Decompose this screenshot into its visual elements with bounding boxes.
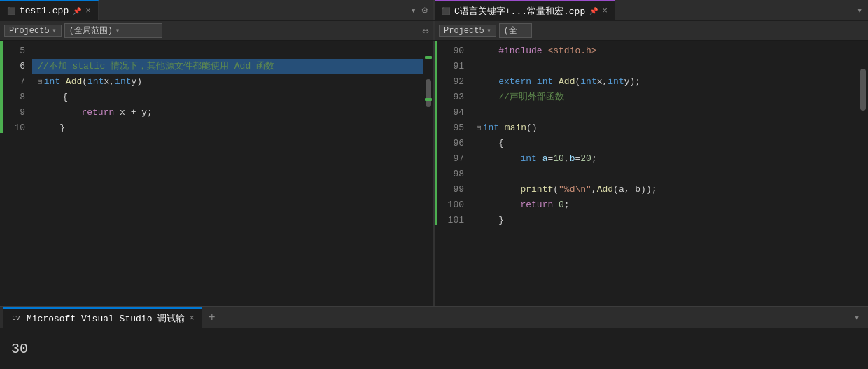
code-line-97: int a = 10 , b = 20 ;: [471, 151, 858, 167]
code-line-6: //不加 static 情况下，其他源文件都能使用 Add 函数: [32, 59, 424, 74]
right-scope-dropdown[interactable]: (全: [499, 23, 532, 38]
right-scope-label: (全: [504, 25, 517, 36]
code-line-90: #include <stdio.h>: [471, 43, 858, 59]
right-green-margin: [435, 41, 438, 306]
left-project-arrow: ▾: [52, 27, 57, 35]
right-tab-label: C语言关键字+...常量和宏.cpp: [454, 5, 585, 18]
left-scope-arrow: ▾: [115, 27, 120, 35]
code-line-95: ⊟ int main (): [471, 120, 858, 136]
code-line-96: {: [471, 136, 858, 151]
right-project-label: Project5: [444, 26, 484, 36]
code-line-94: [471, 105, 858, 120]
output-tab-close[interactable]: ×: [189, 313, 195, 323]
left-tab-pin: 📌: [73, 7, 81, 15]
left-tab-dropdown-icon[interactable]: ▾: [411, 5, 416, 16]
right-project-arrow: ▾: [487, 27, 491, 35]
code-line-101: }: [471, 213, 858, 228]
panel-dropdown-button[interactable]: ▾: [848, 312, 865, 323]
code-line-100: return 0 ;: [471, 197, 858, 213]
right-tab-close[interactable]: ×: [602, 6, 608, 16]
left-tab-test1[interactable]: ⬛ test1.cpp 📌 ×: [0, 0, 99, 20]
code-line-7: ⊟ int Add ( int x, int y): [32, 74, 424, 90]
left-line-numbers: 5 6 7 8 9 10: [3, 41, 32, 306]
code-line-91: [471, 59, 858, 74]
right-editor: 90 91 92 93 94 95 96 97 98 99 100 101 #i…: [435, 41, 868, 306]
bottom-panel: CV Microsoft Visual Studio 调试输 × + ▾ 30: [0, 306, 868, 369]
output-tab[interactable]: CV Microsoft Visual Studio 调试输 ×: [3, 307, 202, 328]
right-scrollbar[interactable]: [858, 41, 868, 306]
code-line-98: [471, 167, 858, 182]
left-tab-label: test1.cpp: [20, 6, 69, 16]
right-tab-pin: 📌: [589, 7, 598, 15]
output-content: 30: [0, 328, 868, 369]
right-code-content[interactable]: #include <stdio.h> extern int Add ( int …: [471, 41, 858, 306]
left-code-content[interactable]: //不加 static 情况下，其他源文件都能使用 Add 函数 ⊟ int A…: [32, 41, 424, 306]
left-tab-close[interactable]: ×: [85, 6, 91, 16]
split-view-icon[interactable]: ⇔: [422, 24, 429, 38]
output-tab-icon: CV: [10, 314, 22, 323]
tab-pin-icon: ⬛: [7, 7, 15, 15]
code-line-10: }: [32, 120, 424, 136]
code-line-92: extern int Add ( int x, int y);: [471, 74, 858, 90]
bottom-tab-bar: CV Microsoft Visual Studio 调试输 × + ▾: [0, 307, 868, 328]
right-line-numbers: 90 91 92 93 94 95 96 97 98 99 100 101: [438, 41, 471, 306]
output-tab-label: Microsoft Visual Studio 调试输: [27, 312, 185, 325]
add-panel-button[interactable]: +: [202, 307, 223, 328]
code-line-9: return x + y;: [32, 105, 424, 120]
left-scope-dropdown[interactable]: (全局范围) ▾: [64, 23, 162, 38]
code-line-93: //声明外部函数: [471, 90, 858, 105]
left-editor: 5 6 7 8 9 10 //不加 static 情况下，其他源文件都能使用 A…: [0, 41, 435, 306]
right-project-dropdown[interactable]: Project5 ▾: [439, 25, 496, 37]
code-line-99: printf ( "%d\n" , Add (a, b));: [471, 182, 858, 197]
settings-icon[interactable]: ⚙: [422, 4, 428, 16]
code-line-5: [32, 43, 424, 59]
right-tab-dropdown-icon[interactable]: ▾: [857, 5, 862, 16]
right-tab-main[interactable]: ⬛ C语言关键字+...常量和宏.cpp 📌 ×: [435, 0, 615, 20]
left-project-label: Project5: [9, 26, 50, 36]
left-green-margin: [0, 41, 3, 306]
output-text: 30: [11, 341, 28, 357]
left-scope-label: (全局范围): [69, 25, 113, 36]
left-scrollbar[interactable]: [424, 41, 433, 306]
left-project-dropdown[interactable]: Project5 ▾: [4, 25, 62, 37]
code-line-8: {: [32, 90, 424, 105]
right-tab-icon: ⬛: [442, 7, 450, 15]
